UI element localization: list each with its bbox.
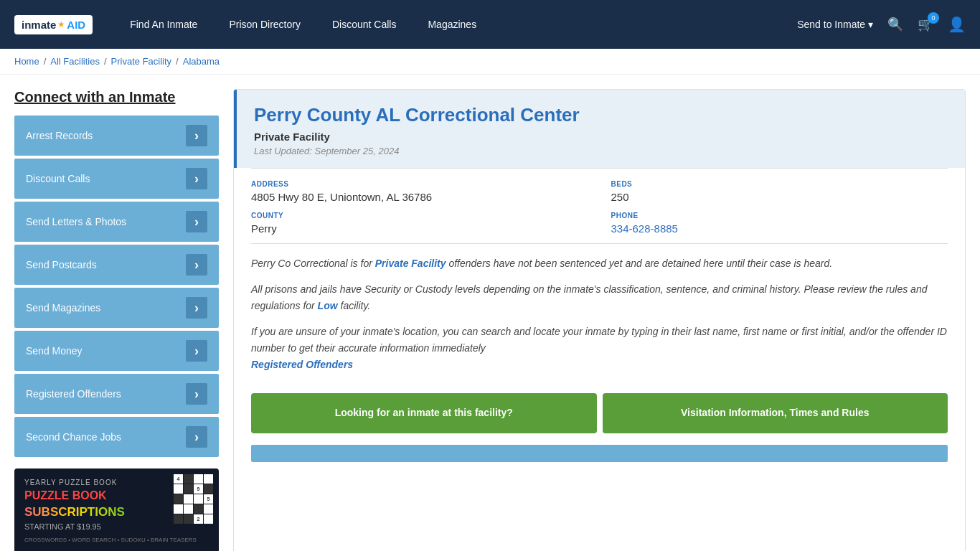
navbar: inmate ★ AID Find An Inmate Prison Direc… [0,0,980,49]
sidebar-item-label: Discount Calls [26,173,90,184]
sidebar-arrow-icon: › [186,168,207,189]
main-content: Connect with an Inmate Arrest Records › … [0,75,980,551]
sidebar-item-label: Send Magazines [26,302,100,314]
phone-value: 334-628-8885 [611,222,948,235]
beds-label: BEDS [611,180,948,188]
address-label: ADDRESS [251,180,600,188]
ad-price: STARTING AT $19.95 [24,522,101,531]
breadcrumb-private-facility[interactable]: Private Facility [111,56,172,67]
nav-prison-directory[interactable]: Prison Directory [213,0,316,49]
sidebar-ad[interactable]: 4 9 5 [14,468,219,551]
breadcrumb-sep-1: / [44,56,47,67]
detail-subtitle: Private Facility [254,131,948,143]
detail-last-updated: Last Updated: September 25, 2024 [254,146,948,156]
cart-badge: 0 [928,12,939,24]
sidebar-item-label: Send Letters & Photos [26,216,126,227]
county-cell: COUNTY Perry [251,212,600,235]
logo-aid-text: AID [67,19,85,31]
sidebar-arrow-icon: › [186,125,207,146]
breadcrumb-bar: Home / All Facilities / Private Facility… [0,49,980,75]
sidebar-item-label: Arrest Records [26,130,93,141]
registered-offenders-link[interactable]: Registered Offenders [251,359,353,370]
county-value: Perry [251,222,600,235]
sidebar-item-send-magazines[interactable]: Send Magazines › [14,288,219,328]
ad-subscriptions: SUBSCRIPTIONS [24,505,125,519]
detail-panel: Perry County AL Correctional Center Priv… [233,89,966,551]
user-icon[interactable]: 👤 [948,16,966,33]
info-grid: ADDRESS 4805 Hwy 80 E, Uniontown, AL 367… [251,168,948,244]
ad-book-label: PUZZLE BOOK [24,489,107,502]
private-facility-link[interactable]: Private Facility [375,258,446,269]
logo-star-icon: ★ [57,19,65,29]
sidebar-item-send-postcards[interactable]: Send Postcards › [14,245,219,285]
ad-description: CROSSWORDS • WORD SEARCH • SUDOKU • BRAI… [24,537,197,543]
sidebar-arrow-icon: › [186,211,207,232]
address-value: 4805 Hwy 80 E, Uniontown, AL 36786 [251,191,600,203]
find-inmate-button[interactable]: Looking for an inmate at this facility? [251,393,597,433]
beds-value: 250 [611,191,948,203]
desc-para-1: Perry Co Correctional is for Private Fac… [251,255,948,271]
sidebar-item-discount-calls[interactable]: Discount Calls › [14,159,219,199]
visitation-button[interactable]: Visitation Information, Times and Rules [603,393,948,433]
sidebar-arrow-icon: › [186,426,207,448]
phone-cell: PHONE 334-628-8885 [600,212,948,235]
desc-para-3: If you are unsure of your inmate's locat… [251,324,948,356]
sidebar-item-second-chance-jobs[interactable]: Second Chance Jobs › [14,417,219,457]
action-buttons: Looking for an inmate at this facility? … [234,393,965,445]
send-to-inmate-button[interactable]: Send to Inmate ▾ [797,19,873,30]
breadcrumb-sep-3: / [176,56,179,67]
sidebar: Connect with an Inmate Arrest Records › … [14,89,219,551]
desc-para-2: All prisons and jails have Security or C… [251,281,948,314]
breadcrumb-alabama[interactable]: Alabama [183,56,220,67]
beds-cell: BEDS 250 [600,180,948,203]
sidebar-item-label: Send Postcards [26,259,97,270]
address-cell: ADDRESS 4805 Hwy 80 E, Uniontown, AL 367… [251,180,600,203]
sidebar-arrow-icon: › [186,383,207,405]
county-label: COUNTY [251,212,600,220]
sidebar-item-label: Send Money [26,345,83,357]
sidebar-item-arrest-records[interactable]: Arrest Records › [14,116,219,156]
detail-title: Perry County AL Correctional Center [254,104,948,126]
sidebar-item-registered-offenders[interactable]: Registered Offenders › [14,374,219,414]
sidebar-item-send-money[interactable]: Send Money › [14,331,219,371]
sidebar-item-label: Second Chance Jobs [26,431,121,443]
navbar-links: Find An Inmate Prison Directory Discount… [114,0,492,49]
phone-label: PHONE [611,212,948,220]
logo-inmate-text: inmate [22,19,56,31]
low-link[interactable]: Low [318,300,338,311]
navbar-right: Send to Inmate ▾ 🔍 🛒 0 👤 [797,16,966,33]
cart-icon[interactable]: 🛒 0 [918,17,933,32]
breadcrumb-home[interactable]: Home [14,56,39,67]
logo[interactable]: inmate ★ AID [14,15,93,34]
breadcrumb-sep-2: / [104,56,107,67]
sidebar-item-send-letters[interactable]: Send Letters & Photos › [14,202,219,242]
breadcrumb-all-facilities[interactable]: All Facilities [50,56,100,67]
ad-eyebrow: YEARLY PUZZLE BOOK [24,479,117,486]
sidebar-arrow-icon: › [186,254,207,276]
search-icon[interactable]: 🔍 [887,17,903,32]
sidebar-item-label: Registered Offenders [26,388,121,400]
description: Perry Co Correctional is for Private Fac… [234,244,965,393]
breadcrumb: Home / All Facilities / Private Facility… [14,56,966,67]
nav-magazines[interactable]: Magazines [412,0,492,49]
sidebar-title: Connect with an Inmate [14,89,219,105]
nav-find-inmate[interactable]: Find An Inmate [114,0,213,49]
nav-discount-calls[interactable]: Discount Calls [316,0,412,49]
sidebar-arrow-icon: › [186,297,207,319]
bottom-blue-bar [251,445,948,462]
detail-header: Perry County AL Correctional Center Priv… [234,90,965,168]
sidebar-arrow-icon: › [186,340,207,362]
